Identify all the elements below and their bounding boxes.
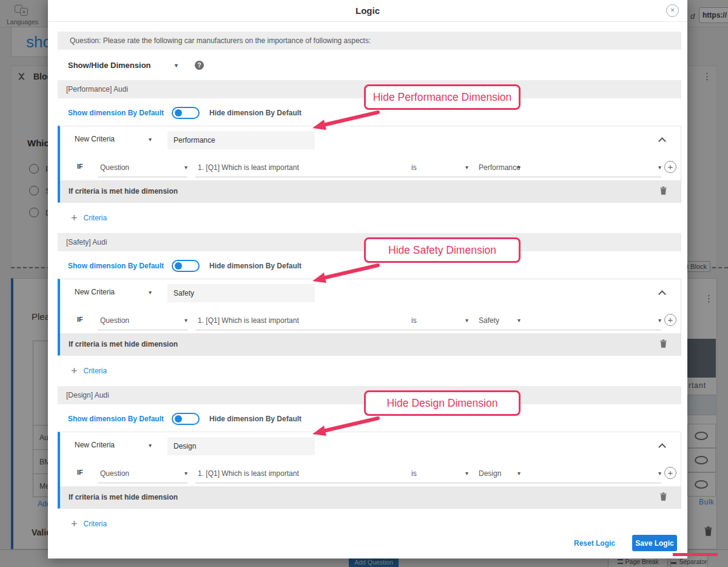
condition-row: IF Question ▾ 1. [Q1] Which is least imp… — [60, 155, 681, 181]
condition-question-value: 1. [Q1] Which is least important — [198, 469, 299, 478]
collapse-criteria-icon[interactable] — [658, 137, 666, 145]
condition-question-select[interactable]: 1. [Q1] Which is least important ▾ — [195, 464, 521, 483]
close-icon[interactable]: × — [666, 4, 679, 17]
visibility-toggle[interactable] — [172, 107, 200, 119]
chevron-down-icon: ▾ — [658, 164, 661, 171]
chevron-down-icon: ▾ — [465, 164, 468, 171]
action-text: If criteria is met hide dimension — [69, 187, 178, 195]
operator-select[interactable]: is ▾ — [408, 158, 468, 177]
save-logic-button[interactable]: Save Logic — [632, 535, 677, 551]
add-condition-icon[interactable]: + — [664, 314, 676, 326]
annotation-text: Hide Safety Dimension — [388, 244, 496, 257]
criteria-action-bar: If criteria is met hide dimension — [60, 180, 681, 202]
add-condition-icon[interactable]: + — [664, 467, 676, 479]
annotation-arrow — [309, 263, 382, 284]
dimension-header-label: [Safety] Audi — [66, 238, 107, 246]
reset-logic-link[interactable]: Reset Logic — [574, 539, 615, 548]
annotation-text: Hide Performance Dimension — [373, 91, 512, 104]
condition-question-select[interactable]: 1. [Q1] Which is least important ▾ — [195, 311, 521, 330]
show-by-default-label: Show dimension By Default — [68, 262, 164, 270]
dimension-header-label: [Performance] Audi — [66, 85, 128, 93]
condition-value-select[interactable]: Design ▾ — [476, 464, 661, 483]
plus-icon: + — [71, 212, 78, 225]
criteria-card: New Criteria ▾ Design IF Question ▾ 1. [… — [58, 432, 681, 509]
logic-modal: Logic × Question: Please rate the follow… — [48, 0, 687, 559]
condition-source-value: Question — [100, 469, 129, 478]
annotation-callout: Hide Safety Dimension — [364, 237, 521, 263]
toggle-knob-icon — [175, 109, 182, 117]
if-label: IF — [77, 469, 83, 476]
chevron-down-icon: ▾ — [184, 470, 187, 477]
chevron-down-icon: ▾ — [149, 136, 152, 143]
operator-value: is — [411, 163, 417, 172]
show-by-default-label: Show dimension By Default — [68, 109, 164, 117]
modal-body: Question: Please rate the following car … — [48, 22, 687, 531]
criteria-type-select[interactable]: New Criteria ▾ — [75, 288, 152, 296]
add-condition-icon[interactable]: + — [664, 161, 676, 173]
condition-question-select[interactable]: 1. [Q1] Which is least important ▾ — [195, 158, 521, 177]
condition-source-select[interactable]: Question ▾ — [98, 311, 187, 330]
delete-criteria-icon[interactable] — [659, 339, 667, 351]
if-label: IF — [77, 316, 83, 323]
criteria-name-input[interactable]: Safety — [167, 284, 315, 302]
annotation-arrow — [309, 110, 382, 131]
condition-source-value: Question — [100, 163, 129, 172]
logic-type-select[interactable]: Show/Hide Dimension ▾ — [68, 61, 178, 70]
condition-value: Performance — [479, 163, 521, 172]
collapse-criteria-icon[interactable] — [658, 443, 666, 451]
question-context-bar: Question: Please rate the following car … — [58, 32, 681, 50]
criteria-name-input[interactable]: Performance — [167, 131, 315, 149]
criteria-type-select[interactable]: New Criteria ▾ — [75, 441, 152, 449]
dimension-logic-section: [Design] Audi Show dimension By Default … — [58, 386, 681, 531]
annotation-callout: Hide Design Dimension — [364, 390, 521, 416]
condition-value-select[interactable]: Safety ▾ — [476, 311, 661, 330]
add-criteria-link[interactable]: + Criteria — [71, 517, 681, 531]
criteria-card: New Criteria ▾ Safety IF Question ▾ 1. [… — [58, 279, 681, 356]
plus-icon: + — [71, 365, 78, 378]
condition-value-select[interactable]: Performance ▾ — [476, 158, 661, 177]
delete-criteria-icon[interactable] — [659, 492, 667, 504]
chevron-down-icon: ▾ — [465, 470, 468, 477]
chevron-down-icon: ▾ — [465, 317, 468, 324]
criteria-card: New Criteria ▾ Performance IF Question ▾… — [58, 126, 681, 203]
hide-by-default-label: Hide dimension By Default — [209, 109, 302, 117]
annotation-callout: Hide Performance Dimension — [364, 84, 521, 110]
criteria-name-input[interactable]: Design — [167, 437, 315, 455]
chevron-down-icon: ▾ — [149, 289, 152, 296]
modal-header: Logic × — [48, 0, 687, 22]
add-criteria-label: Criteria — [84, 520, 107, 528]
dimension-header-label: [Design] Audi — [66, 391, 109, 399]
add-criteria-link[interactable]: + Criteria — [71, 211, 681, 225]
criteria-type-select[interactable]: New Criteria ▾ — [75, 135, 152, 143]
operator-value: is — [411, 316, 417, 325]
dimension-logic-section: [Performance] Audi Show dimension By Def… — [58, 80, 681, 225]
visibility-toggle[interactable] — [172, 260, 200, 272]
operator-select[interactable]: is ▾ — [408, 464, 468, 483]
annotation-text: Hide Design Dimension — [387, 397, 498, 410]
hide-by-default-label: Hide dimension By Default — [209, 262, 302, 270]
delete-criteria-icon[interactable] — [659, 186, 667, 198]
add-criteria-label: Criteria — [84, 367, 107, 375]
add-criteria-link[interactable]: + Criteria — [71, 364, 681, 378]
condition-source-select[interactable]: Question ▾ — [98, 158, 187, 177]
collapse-criteria-icon[interactable] — [658, 290, 666, 298]
toggle-knob-icon — [175, 415, 182, 423]
chevron-down-icon: ▾ — [658, 317, 661, 324]
visibility-toggle[interactable] — [172, 413, 200, 425]
help-icon[interactable]: ? — [195, 61, 204, 70]
operator-select[interactable]: is ▾ — [408, 311, 468, 330]
chevron-down-icon: ▾ — [149, 442, 152, 449]
condition-source-value: Question — [100, 316, 129, 325]
modal-title: Logic — [48, 0, 687, 22]
criteria-action-bar: If criteria is met hide dimension — [60, 333, 681, 355]
condition-source-select[interactable]: Question ▾ — [98, 464, 187, 483]
logic-type-row: Show/Hide Dimension ▾ ? — [68, 58, 681, 73]
toggle-knob-icon — [175, 262, 182, 270]
chevron-down-icon: ▾ — [184, 317, 187, 324]
save-button-underline-annotation — [673, 553, 718, 556]
condition-question-value: 1. [Q1] Which is least important — [198, 163, 299, 172]
dimension-logic-section: [Safety] Audi Show dimension By Default … — [58, 233, 681, 378]
condition-row: IF Question ▾ 1. [Q1] Which is least imp… — [60, 308, 681, 334]
hide-by-default-label: Hide dimension By Default — [209, 415, 302, 423]
operator-value: is — [411, 469, 417, 478]
